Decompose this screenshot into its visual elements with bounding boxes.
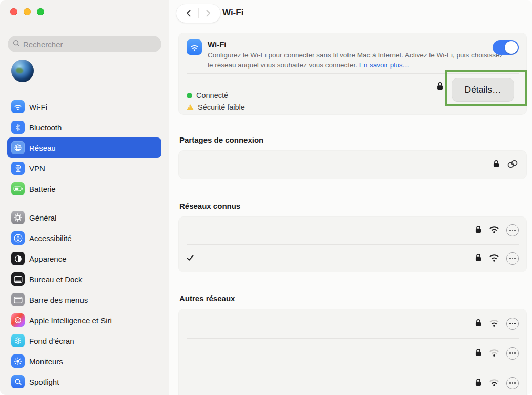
sidebar-item-label: Spotlight (29, 378, 59, 386)
sidebar-item-label: Fond d’écran (29, 337, 74, 345)
sidebar-item-vpn[interactable]: VPN (7, 158, 161, 179)
search-input[interactable] (23, 40, 156, 49)
connected-status-label: Connecté (196, 91, 228, 100)
lock-icon (436, 81, 444, 93)
more-button[interactable] (506, 252, 519, 265)
wifi-card: Wi-Fi Configurez le Wi-Fi pour connecter… (178, 33, 527, 115)
section-title-other-networks: Autres réseaux (179, 294, 527, 303)
gear-icon (11, 211, 25, 224)
other-network-row[interactable] (178, 339, 527, 368)
lock-icon (475, 225, 482, 236)
sidebar-item-spotlight[interactable]: Spotlight (7, 371, 161, 392)
sidebar-item-displays[interactable]: Moniteurs (7, 351, 161, 371)
section-title-hotspots: Partages de connexion (179, 135, 527, 144)
link-icon (506, 159, 519, 171)
traffic-lights (10, 8, 44, 15)
content-pane: Wi-Fi Wi-Fi Configurez le Wi-Fi pour con… (169, 0, 532, 395)
lock-icon (475, 318, 482, 329)
checkmark-icon (187, 254, 195, 263)
wifi-signal-medium-icon (488, 378, 500, 389)
wifi-signal-medium-icon (488, 318, 500, 329)
hotspots-card (178, 150, 527, 179)
siri-icon (11, 313, 25, 327)
lock-icon (493, 159, 500, 170)
known-network-row-connected[interactable] (178, 245, 527, 272)
vpn-icon (11, 162, 25, 175)
wifi-card-title: Wi-Fi (208, 40, 506, 49)
desktop-dock-icon (11, 272, 25, 286)
more-button[interactable] (506, 318, 519, 330)
back-button[interactable] (182, 6, 195, 21)
sidebar-item-label: Bluetooth (29, 123, 62, 132)
lock-icon (475, 378, 482, 389)
section-title-known-networks: Réseaux connus (179, 202, 527, 210)
security-warning-label: Sécurité faible (198, 103, 245, 111)
known-network-row[interactable] (178, 216, 527, 244)
sidebar-item-bluetooth[interactable]: Bluetooth (7, 117, 161, 137)
sidebar-item-label: Apple Intelligence et Siri (29, 316, 112, 325)
annotation-highlight: Détails… (445, 70, 527, 106)
system-settings-window: Wi-Fi Bluetooth Réseau VPN (0, 0, 532, 395)
page-title: Wi-Fi (222, 8, 243, 18)
other-network-row[interactable] (178, 368, 527, 395)
sidebar-item-appearance[interactable]: Apparence (7, 248, 161, 269)
menubar-icon (11, 293, 25, 306)
wifi-signal-full-icon (488, 253, 500, 264)
wifi-description-text: Configurez le Wi-Fi pour connecter sans … (208, 51, 503, 69)
connected-status-icon (187, 93, 192, 98)
known-networks-card (178, 216, 527, 272)
search-icon (13, 40, 20, 49)
bluetooth-icon (11, 121, 25, 134)
more-button[interactable] (506, 347, 519, 360)
flower-icon (11, 334, 25, 347)
magnifier-icon (11, 375, 25, 388)
sidebar-item-label: VPN (29, 164, 45, 173)
details-button[interactable]: Détails… (452, 78, 514, 101)
other-network-row[interactable] (178, 309, 527, 338)
sidebar-item-desktop-dock[interactable]: Bureau et Dock (7, 269, 161, 289)
nav-pill (176, 4, 220, 23)
other-networks-card (178, 309, 527, 395)
wifi-status: Connecté Sécurité faible (187, 90, 245, 114)
lock-icon (475, 348, 482, 359)
sidebar-item-battery[interactable]: Batterie (7, 179, 161, 199)
more-button[interactable] (506, 377, 519, 389)
globe-icon (11, 141, 25, 154)
sidebar-item-label: Accessibilité (29, 234, 72, 243)
search-field[interactable] (8, 36, 161, 52)
forward-button[interactable] (202, 6, 215, 21)
accessibility-icon (11, 231, 25, 245)
learn-more-link[interactable]: En savoir plus… (359, 61, 410, 69)
settings-scroll-area: Wi-Fi Configurez le Wi-Fi pour connecter… (169, 27, 532, 395)
sidebar-item-label: Barre des menus (29, 295, 88, 304)
wifi-signal-weak-icon (488, 348, 500, 359)
sidebar-item-label: Moniteurs (29, 357, 63, 366)
minimize-button[interactable] (24, 8, 31, 15)
sidebar-nav: Wi-Fi Bluetooth Réseau VPN (0, 96, 169, 392)
appearance-icon (11, 252, 25, 265)
more-button[interactable] (506, 224, 519, 236)
wifi-icon (11, 100, 25, 113)
zoom-button[interactable] (37, 8, 44, 15)
sidebar-item-wifi[interactable]: Wi-Fi (7, 96, 161, 117)
battery-icon (11, 182, 25, 195)
sidebar-item-accessibility[interactable]: Accessibilité (7, 228, 161, 248)
sidebar-item-wallpaper[interactable]: Fond d’écran (7, 330, 161, 351)
sidebar-item-label: Général (29, 213, 56, 222)
sidebar-item-apple-intelligence-siri[interactable]: Apple Intelligence et Siri (7, 310, 161, 330)
avatar[interactable] (11, 60, 34, 82)
sidebar-item-network[interactable]: Réseau (7, 137, 161, 158)
wifi-signal-full-icon (488, 225, 500, 236)
sidebar: Wi-Fi Bluetooth Réseau VPN (0, 0, 169, 395)
wifi-toggle[interactable] (493, 40, 519, 55)
sidebar-item-label: Apparence (29, 254, 67, 263)
sidebar-item-general[interactable]: Général (7, 207, 161, 228)
sidebar-item-menubar[interactable]: Barre des menus (7, 289, 161, 310)
hotspot-row[interactable] (178, 150, 527, 179)
warning-icon (187, 104, 194, 110)
sidebar-item-label: Réseau (29, 144, 56, 152)
close-button[interactable] (10, 8, 17, 15)
wifi-icon (187, 40, 202, 55)
lock-icon (475, 253, 482, 264)
sidebar-item-label: Wi-Fi (29, 103, 47, 111)
